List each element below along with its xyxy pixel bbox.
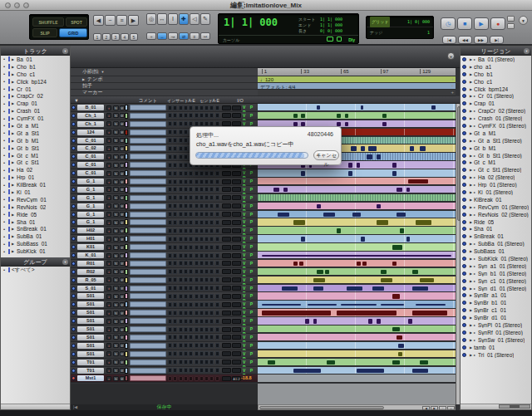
insert-slot[interactable]	[173, 113, 177, 118]
track-name-button[interactable]: K_01	[77, 252, 104, 258]
insert-slot[interactable]	[184, 154, 188, 159]
track-lane[interactable]	[258, 203, 456, 210]
mode-spot-button[interactable]: SPOT	[66, 17, 87, 27]
send-slot[interactable]	[215, 269, 219, 274]
region-list-item[interactable]: ▶▸RevNois_02 (Stereo)	[461, 211, 531, 218]
track-lane[interactable]	[258, 285, 456, 292]
solo-button[interactable]: S	[113, 360, 119, 365]
insert-slot[interactable]	[168, 376, 172, 381]
send-slot[interactable]	[204, 179, 209, 184]
output-path-display[interactable]	[232, 368, 241, 373]
insert-slot[interactable]	[173, 311, 177, 316]
track-led-icon[interactable]	[71, 311, 76, 315]
insert-slot[interactable]	[173, 368, 177, 373]
region-list-item[interactable]: ▶SynBr_b1_01	[461, 299, 531, 306]
comment-field[interactable]	[130, 105, 166, 110]
track-list-item[interactable]: •▶KilBreak_01	[1, 181, 70, 188]
solo-button[interactable]: S	[113, 376, 119, 381]
insert-slot[interactable]	[184, 138, 188, 143]
insert-slot[interactable]	[179, 154, 183, 159]
marker-ruler-label[interactable]: マーカー	[71, 90, 258, 96]
send-slot[interactable]	[215, 294, 219, 299]
online-button[interactable]: ◷	[441, 17, 456, 30]
input-path-display[interactable]	[222, 171, 231, 176]
track-list-item[interactable]: •▶Gt_c_M1	[1, 152, 70, 159]
insert-slot[interactable]	[173, 203, 177, 208]
insert-slot[interactable]	[189, 105, 193, 110]
send-slot[interactable]	[204, 105, 209, 110]
track-list-item[interactable]: •▶Ride_05	[1, 211, 70, 218]
insert-slot[interactable]	[173, 154, 177, 159]
insert-slot[interactable]	[173, 286, 177, 291]
insert-slot[interactable]	[168, 138, 172, 143]
solo-button[interactable]: S	[113, 302, 119, 307]
track-name-button[interactable]: C_01	[77, 138, 104, 144]
input-path-display[interactable]	[222, 335, 231, 340]
track-led-icon[interactable]	[71, 369, 76, 373]
track-controls[interactable]: G_1●SMV P P	[71, 203, 258, 211]
track-led-icon[interactable]	[71, 327, 76, 331]
insert-slot[interactable]	[173, 294, 177, 299]
send-slot[interactable]	[195, 286, 199, 291]
insert-slot[interactable]	[173, 319, 177, 324]
insert-slot[interactable]	[168, 343, 172, 348]
record-enable-button[interactable]: ●	[106, 376, 111, 381]
insert-slot[interactable]	[179, 277, 183, 282]
send-slot[interactable]	[215, 171, 219, 176]
record-enable-button[interactable]: ●	[106, 245, 111, 250]
send-slot[interactable]	[209, 327, 214, 332]
send-slot[interactable]	[209, 253, 214, 258]
master-track-controls[interactable]: Mst1●SMA1-2-18.8	[71, 374, 258, 383]
insert-slot[interactable]	[189, 113, 193, 118]
insert-slot[interactable]	[179, 121, 183, 126]
track-name-button[interactable]: Mst1	[77, 375, 104, 381]
output-path-display[interactable]	[232, 228, 241, 233]
output-path-display[interactable]	[232, 302, 241, 307]
track-list-item[interactable]: •▶Crash_01	[1, 107, 70, 115]
insert-slot[interactable]	[168, 286, 172, 291]
send-slot[interactable]	[204, 237, 209, 242]
region-list-item[interactable]: ▶▸SubBa_01 (Stereo)	[461, 240, 531, 247]
send-slot[interactable]	[215, 245, 219, 250]
record-enable-button[interactable]: ●	[106, 351, 111, 356]
input-path-display[interactable]	[222, 343, 231, 348]
send-slot[interactable]	[200, 203, 204, 208]
record-enable-button[interactable]: ●	[106, 212, 111, 217]
track-list-item[interactable]: •▶Cho_b1	[1, 63, 70, 71]
track-list-item[interactable]: •▶Hrp_01	[1, 174, 70, 181]
input-path-display[interactable]	[222, 286, 231, 291]
output-path-display[interactable]	[232, 327, 241, 332]
region-list-item[interactable]: ▶Gt_a_M1	[461, 130, 531, 137]
insert-slot[interactable]	[184, 130, 188, 135]
record-enable-button[interactable]: ●	[106, 269, 111, 274]
insert-slot[interactable]	[168, 130, 172, 135]
send-slot[interactable]	[200, 105, 204, 110]
insert-slot[interactable]	[173, 163, 177, 168]
solo-button[interactable]: S	[113, 228, 119, 233]
solo-button[interactable]: S	[113, 138, 119, 143]
solo-button[interactable]: S	[113, 368, 119, 373]
send-slot[interactable]	[204, 220, 209, 225]
input-path-display[interactable]	[222, 237, 231, 242]
insert-slot[interactable]	[184, 319, 188, 324]
record-enable-button[interactable]: ●	[106, 294, 111, 299]
region-list-item[interactable]: ▶Cho_c1	[461, 78, 531, 86]
tool-0[interactable]: ◎	[146, 13, 156, 25]
insert-slot[interactable]	[179, 220, 183, 225]
input-path-display[interactable]	[222, 105, 231, 110]
send-slot[interactable]	[200, 220, 204, 225]
track-name-button[interactable]: C_01	[77, 170, 104, 176]
send-slot[interactable]	[195, 105, 199, 110]
insert-slot[interactable]	[184, 203, 188, 208]
track-name-button[interactable]: T01	[77, 360, 104, 365]
marker-ruler[interactable]: +	[258, 90, 456, 96]
send-slot[interactable]	[195, 261, 199, 266]
track-lane[interactable]	[258, 301, 456, 308]
insert-slot[interactable]	[184, 179, 188, 184]
send-slot[interactable]	[215, 360, 219, 365]
track-list-item[interactable]: •▶Cr_01	[1, 86, 70, 93]
insert-slot[interactable]	[168, 335, 172, 340]
track-lane[interactable]	[258, 186, 456, 193]
insert-slot[interactable]	[173, 253, 177, 258]
track-led-icon[interactable]	[71, 130, 76, 135]
